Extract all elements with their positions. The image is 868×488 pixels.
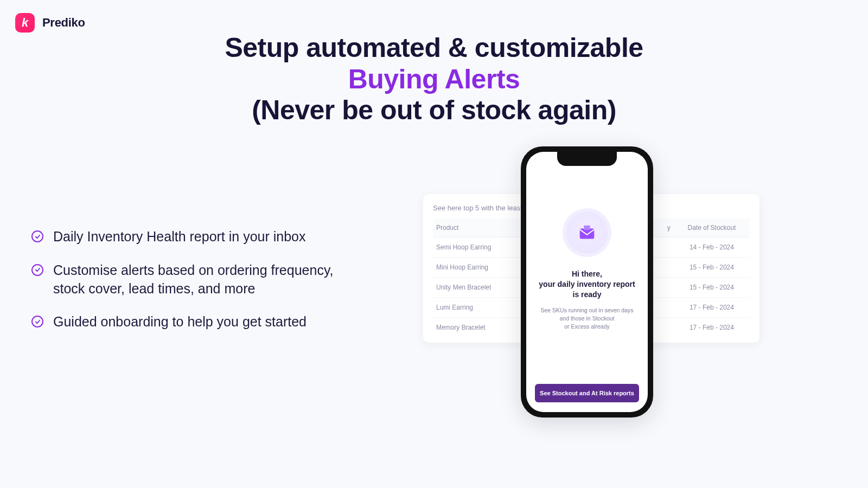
mail-icon — [566, 211, 608, 254]
logo-mark-icon: k — [15, 13, 35, 33]
table-cell: 17 - Feb - 2024 — [674, 298, 750, 318]
table-cell: 17 - Feb - 2024 — [674, 318, 750, 338]
feature-text: Guided onboarding to help you get starte… — [53, 313, 307, 331]
page-headline: Setup automated & customizable Buying Al… — [0, 33, 868, 126]
phone-notch — [557, 152, 617, 166]
brand-name: Prediko — [42, 16, 85, 30]
feature-item: Daily Inventory Health report in your in… — [31, 228, 379, 246]
headline-accent: Buying Alerts — [348, 64, 520, 94]
col-date: Date of Stockout — [674, 219, 750, 237]
feature-text: Daily Inventory Health report in your in… — [53, 228, 306, 246]
feature-list: Daily Inventory Health report in your in… — [31, 228, 379, 346]
phone-title: Hi there, your daily inventory report is… — [539, 269, 635, 300]
check-circle-icon — [31, 264, 43, 276]
hero-visual: See here top 5 with the least numbe Prod… — [423, 146, 760, 450]
phone-sub-l3: or Excess already — [564, 323, 609, 330]
phone-sub-l2: and those in Stockout — [560, 315, 615, 322]
phone-title-l2: your daily inventory report — [539, 280, 635, 288]
check-circle-icon — [31, 316, 43, 328]
phone-subtitle: See SKUs running out in seven days and t… — [540, 306, 633, 331]
see-reports-button[interactable]: See Stockout and At Risk reports — [535, 384, 639, 402]
headline-line-3: (Never be out of stock again) — [252, 95, 616, 125]
phone-title-l1: Hi there, — [572, 269, 602, 278]
svg-rect-1 — [584, 226, 590, 230]
phone-screen: Hi there, your daily inventory report is… — [526, 152, 648, 412]
feature-item: Customise alerts based on ordering frequ… — [31, 261, 379, 298]
phone-mockup: Hi there, your daily inventory report is… — [521, 146, 653, 418]
phone-title-l3: is ready — [573, 290, 602, 299]
feature-item: Guided onboarding to help you get starte… — [31, 313, 379, 331]
headline-line-1: Setup automated & customizable — [225, 33, 643, 63]
feature-text: Customise alerts based on ordering frequ… — [53, 261, 357, 298]
table-cell: 15 - Feb - 2024 — [674, 278, 750, 298]
table-cell: 14 - Feb - 2024 — [674, 237, 750, 258]
phone-sub-l1: See SKUs running out in seven days — [540, 307, 633, 313]
table-cell: 15 - Feb - 2024 — [674, 258, 750, 278]
check-circle-icon — [31, 230, 43, 242]
brand-logo: k Prediko — [15, 13, 85, 33]
